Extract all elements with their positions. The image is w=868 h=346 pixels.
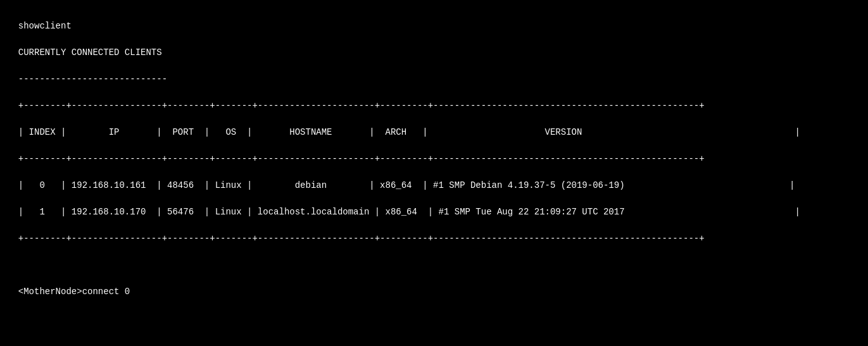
table-border-mid: +--------+-----------------+--------+---… bbox=[18, 154, 705, 164]
command-showclient: showclient bbox=[18, 21, 72, 31]
terminal-window: showclient CURRENTLY CONNECTED CLIENTS -… bbox=[8, 6, 860, 346]
command-connect: <MotherNode>connect 0 bbox=[18, 287, 130, 297]
table-border-top: +--------+-----------------+--------+---… bbox=[18, 101, 705, 111]
heading-connected-clients: CURRENTLY CONNECTED CLIENTS bbox=[18, 47, 162, 58]
table-border-bot: +--------+-----------------+--------+---… bbox=[18, 233, 705, 244]
table-row-1: | 1 | 192.168.10.170 | 56476 | Linux | l… bbox=[18, 207, 800, 217]
table-row-0: | 0 | 192.168.10.161 | 48456 | Linux | d… bbox=[18, 180, 795, 190]
table-header: | INDEX | IP | PORT | OS | HOSTNAME | AR… bbox=[18, 127, 800, 137]
separator-short: ---------------------------- bbox=[18, 74, 167, 84]
